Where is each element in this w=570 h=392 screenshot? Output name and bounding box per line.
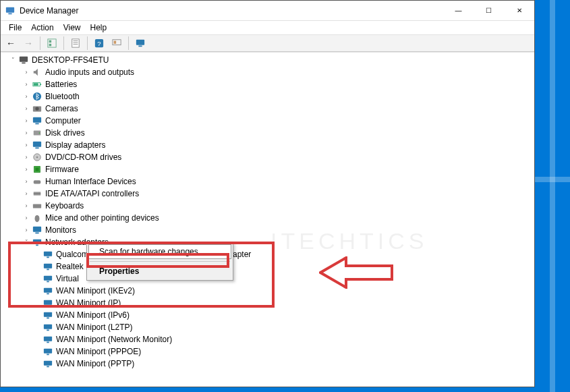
network-adapter-icon [42,298,53,308]
device-tree[interactable]: ˅ DESKTOP-FFS4ETU ›Audio inputs and outp… [1,53,534,384]
svg-rect-33 [34,180,41,184]
device-label: WAN Miniport (PPTP) [56,359,134,368]
chevron-right-icon[interactable]: › [22,226,30,234]
category-audio-inputs-and-outputs[interactable]: ›Audio inputs and outputs [3,66,534,78]
svg-point-30 [36,157,38,159]
chevron-down-icon[interactable]: ˅ [9,56,17,64]
network-adapter-icon [42,285,53,296]
chevron-right-icon[interactable]: › [22,141,30,149]
menubar: File Action View Help [1,21,534,34]
svg-rect-55 [47,330,49,331]
root-node[interactable]: ˅ DESKTOP-FFS4ETU [3,54,534,66]
device-realtek[interactable]: Realtek [3,260,534,273]
root-label: DESKTOP-FFS4ETU [32,55,109,65]
chevron-right-icon[interactable]: › [22,165,30,173]
category-batteries[interactable]: ›Batteries [3,78,534,90]
monitor-icon [32,225,42,235]
category-bluetooth[interactable]: ›Bluetooth [3,90,534,103]
chevron-right-icon[interactable]: › [22,68,30,76]
svg-rect-61 [47,366,49,368]
ctx-properties[interactable]: Properties [88,264,231,279]
ide-icon [32,188,42,199]
firmware-icon [32,164,42,175]
category-dvd-cd-rom-drives[interactable]: ›DVD/CD-ROM drives [3,151,534,163]
device-virtual[interactable]: Virtual [3,273,534,285]
device-wan-miniport-ikev2-[interactable]: WAN Miniport (IKEv2) [3,285,534,297]
svg-rect-24 [35,123,38,125]
menu-view[interactable]: View [59,22,85,33]
svg-rect-5 [72,39,80,47]
toolbar-separator [87,36,88,50]
network-adapter-icon [42,346,53,357]
svg-rect-19 [34,83,38,86]
back-button[interactable]: ← [3,36,18,51]
chevron-right-icon[interactable]: › [22,80,30,88]
category-label: Mice and other pointing devices [45,213,159,223]
category-disk-drives[interactable]: ›Disk drives [3,127,534,139]
device-wan-miniport-ipv6-[interactable]: WAN Miniport (IPv6) [3,309,534,321]
svg-rect-49 [47,293,49,295]
device-qualcomm[interactable]: Qualcomm apter [3,248,534,260]
category-computer[interactable]: ›Computer [3,115,534,127]
titlebar: Device Manager — ☐ ✕ [1,1,534,21]
chevron-right-icon[interactable]: › [22,153,30,161]
forward-button[interactable]: → [21,36,36,51]
monitor-toolbar-button[interactable] [133,36,148,51]
category-network-adapters[interactable]: ˅ Network adapters [3,236,534,248]
device-wan-miniport-ip-[interactable]: WAN Miniport (IP) [3,297,534,309]
svg-rect-23 [33,117,41,123]
svg-rect-4 [49,44,52,47]
hid-icon [32,176,42,187]
dvd-icon [32,152,42,163]
device-wan-miniport-network-monitor-[interactable]: WAN Miniport (Network Monitor) [3,333,534,345]
category-label: Computer [45,116,81,125]
svg-rect-32 [35,167,38,171]
menu-file[interactable]: File [5,22,26,33]
svg-rect-41 [36,245,38,246]
menu-help[interactable]: Help [86,22,111,33]
category-firmware[interactable]: ›Firmware [3,163,534,175]
menu-action[interactable]: Action [27,22,57,33]
toolbar-separator [63,36,64,50]
svg-rect-47 [47,281,49,283]
close-button[interactable]: ✕ [504,1,534,20]
chevron-right-icon[interactable]: › [22,92,30,101]
show-hide-tree-button[interactable] [45,36,59,51]
scan-hardware-toolbar-button[interactable] [109,36,124,51]
device-wan-miniport-pptp-[interactable]: WAN Miniport (PPTP) [3,358,534,370]
chevron-right-icon[interactable]: › [22,202,30,210]
properties-toolbar-button[interactable] [68,36,83,51]
category-monitors[interactable]: ›Monitors [3,224,534,236]
category-display-adapters[interactable]: ›Display adapters [3,139,534,151]
device-wan-miniport-pppoe-[interactable]: WAN Miniport (PPPOE) [3,345,534,358]
svg-rect-52 [44,312,52,317]
svg-rect-40 [33,240,41,244]
chevron-right-icon[interactable]: › [22,190,30,198]
category-cameras[interactable]: ›Cameras [3,103,534,115]
minimize-button[interactable]: — [443,1,474,20]
category-mice-and-other-pointing-devices[interactable]: ›Mice and other pointing devices [3,212,534,224]
category-label: Disk drives [45,128,85,138]
ctx-scan-hardware[interactable]: Scan for hardware changes [88,244,231,259]
category-ide-ata-atapi-controllers[interactable]: ›IDE ATA/ATAPI controllers [3,188,534,200]
camera-icon [32,103,42,114]
maximize-button[interactable]: ☐ [474,1,504,20]
device-wan-miniport-l2tp-[interactable]: WAN Miniport (L2TP) [3,321,534,333]
svg-point-26 [39,132,40,134]
category-keyboards[interactable]: ›Keyboards [3,200,534,212]
help-toolbar-button[interactable]: ? [92,36,107,51]
chevron-right-icon[interactable]: › [22,214,30,222]
chevron-right-icon[interactable]: › [22,129,30,137]
toolbar-separator [128,36,129,50]
category-label: IDE ATA/ATAPI controllers [45,189,139,198]
svg-rect-18 [40,84,41,85]
chevron-down-icon[interactable]: ˅ [22,238,30,246]
svg-rect-0 [6,7,14,12]
category-label: Batteries [45,80,77,89]
keyboard-icon [32,200,42,211]
chevron-right-icon[interactable]: › [22,105,30,113]
chevron-right-icon[interactable]: › [22,117,30,125]
category-human-interface-devices[interactable]: ›Human Interface Devices [3,175,534,188]
chevron-right-icon[interactable]: › [22,177,30,186]
svg-rect-59 [47,354,49,356]
